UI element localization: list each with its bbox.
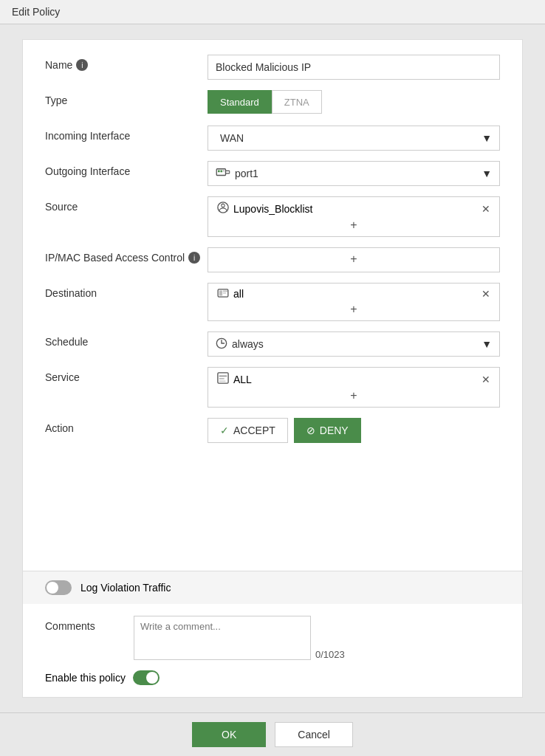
enable-label: Enable this policy [45,672,126,684]
svg-point-16 [222,204,224,207]
name-input[interactable] [208,55,500,80]
name-info-icon[interactable]: i [76,59,88,71]
svg-rect-19 [223,291,227,292]
outgoing-interface-value: port1 [235,168,258,179]
source-row: Source Lupovis_Blo [45,196,500,237]
action-accept-button[interactable]: ✓ ACCEPT [208,418,288,443]
cancel-button[interactable]: Cancel [275,722,353,747]
check-icon: ✓ [220,425,229,436]
destination-plus-row: + [214,301,493,317]
service-plus-row: + [214,388,493,404]
type-ztna-button[interactable]: ZTNA [272,90,322,114]
main-content: Name i Type Standard ZTNA Incoming Inter… [22,39,523,698]
svg-rect-14 [223,170,224,171]
svg-rect-11 [226,171,230,173]
destination-remove-button[interactable]: ✕ [481,288,490,300]
log-toggle-knob [47,582,58,594]
source-ip-icon [217,202,229,216]
schedule-select[interactable]: always ▼ [208,331,500,357]
schedule-icon [216,337,227,351]
schedule-arrow: ▼ [481,338,492,350]
service-value: ALL [233,374,252,385]
source-plus-row: + [214,217,493,233]
comments-input[interactable] [134,616,311,660]
incoming-interface-select[interactable]: WAN ▼ [208,126,500,151]
incoming-interface-value: WAN [220,132,244,144]
destination-add-button[interactable]: + [344,303,363,316]
action-control: ✓ ACCEPT ⊘ DENY [208,418,500,443]
outgoing-interface-arrow: ▼ [481,168,492,179]
svg-rect-13 [221,170,223,172]
destination-icon [217,288,229,300]
source-remove-button[interactable]: ✕ [481,203,490,215]
source-label: Source [45,196,208,213]
service-tag-item: ALL [217,372,252,386]
svg-rect-23 [219,375,227,377]
page-title: Edit Policy [12,6,60,18]
service-remove-button[interactable]: ✕ [481,374,490,385]
destination-value: all [233,288,244,300]
type-standard-button[interactable]: Standard [208,90,272,114]
outgoing-interface-select[interactable]: port1 ▼ [208,161,500,186]
outgoing-interface-row: Outgoing Interface [45,161,500,186]
source-value: Lupovis_Blocklist [233,203,312,215]
outgoing-interface-label: Outgoing Interface [45,161,208,177]
source-tag-item: Lupovis_Blocklist [217,202,312,216]
svg-rect-25 [219,381,226,382]
svg-rect-24 [219,378,224,379]
outgoing-interface-icon-wrapper: port1 [216,168,481,180]
type-label: Type [45,90,208,106]
destination-control: all ✕ + [208,283,500,321]
name-label: Name i [45,55,208,71]
type-row: Type Standard ZTNA [45,90,500,115]
service-icon [217,372,229,386]
incoming-interface-row: Incoming Interface [45,126,500,151]
service-control: ALL ✕ + [208,367,500,408]
incoming-interface-control: WAN ▼ [208,126,500,151]
destination-row: Destination [45,283,500,321]
enable-toggle-knob [146,672,158,684]
form-section: Name i Type Standard ZTNA Incoming Inter… [23,40,522,571]
service-row: Service [45,367,500,408]
action-row: Action ✓ ACCEPT ⊘ DENY [45,418,500,443]
source-tag-row: Lupovis_Blocklist ✕ [214,200,493,217]
comments-row: Comments 0/1023 [45,616,500,660]
ipmac-add-button[interactable]: + [344,252,363,266]
action-buttons: ✓ ACCEPT ⊘ DENY [208,418,500,443]
service-add-button[interactable]: + [344,389,363,402]
deny-icon: ⊘ [306,425,315,436]
schedule-control: always ▼ [208,331,500,357]
source-add-button[interactable]: + [344,219,363,232]
action-label: Action [45,418,208,434]
bottom-buttons: OK Cancel [0,712,545,756]
source-control: Lupovis_Blocklist ✕ + [208,196,500,237]
page-title-bar: Edit Policy [0,0,545,24]
service-tag-field: ALL ✕ + [208,367,500,408]
schedule-icon-wrapper: always [216,337,481,351]
schedule-value: always [232,338,264,350]
svg-rect-18 [219,291,222,296]
action-deny-button[interactable]: ⊘ DENY [294,418,361,443]
destination-tag-row: all ✕ [214,286,493,301]
ipmac-info-icon[interactable]: i [188,252,200,264]
service-tag-row: ALL ✕ [214,371,493,388]
ipmac-plus-row: + [214,251,493,267]
comments-input-wrap: 0/1023 [134,616,345,660]
ipmac-label: IP/MAC Based Access Control i [45,247,208,264]
ok-button[interactable]: OK [192,722,266,747]
schedule-label: Schedule [45,331,208,348]
log-label: Log Violation Traffic [80,582,171,594]
destination-tag-item: all [217,288,244,300]
comments-section: Comments 0/1023 Enable this policy [23,604,522,697]
type-toggle: Standard ZTNA [208,90,500,114]
svg-rect-20 [223,292,226,294]
enable-row: Enable this policy [45,670,500,685]
service-label: Service [45,367,208,383]
enable-toggle[interactable] [133,670,160,685]
name-row: Name i [45,55,500,80]
incoming-interface-label: Incoming Interface [45,126,208,142]
log-toggle[interactable] [45,580,72,595]
port-icon [216,168,230,180]
outgoing-interface-control: port1 ▼ [208,161,500,186]
ipmac-control: + [208,247,500,272]
